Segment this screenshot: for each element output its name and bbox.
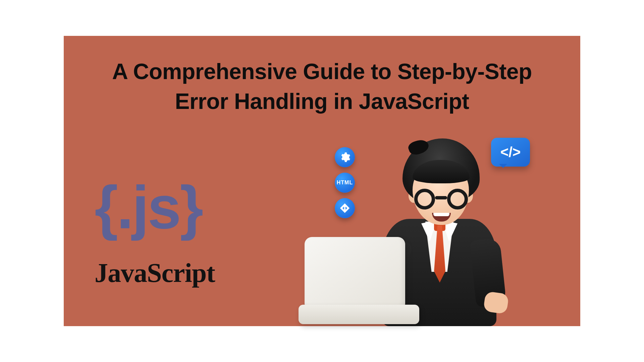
javascript-logo: {.js} JavaScript <box>95 177 235 288</box>
javascript-wordmark: JavaScript <box>95 258 235 288</box>
code-diamond-icon <box>335 198 355 218</box>
hero-banner: A Comprehensive Guide to Step-by-Step Er… <box>64 36 580 326</box>
html-badge-icon: HTML <box>335 173 355 193</box>
laptop-icon <box>299 237 419 324</box>
gear-icon <box>335 147 355 167</box>
illustration: HTML </> <box>309 132 517 326</box>
page-title: A Comprehensive Guide to Step-by-Step Er… <box>90 57 554 116</box>
glasses-icon <box>414 189 468 207</box>
js-braces-icon: {.js} <box>95 177 235 238</box>
